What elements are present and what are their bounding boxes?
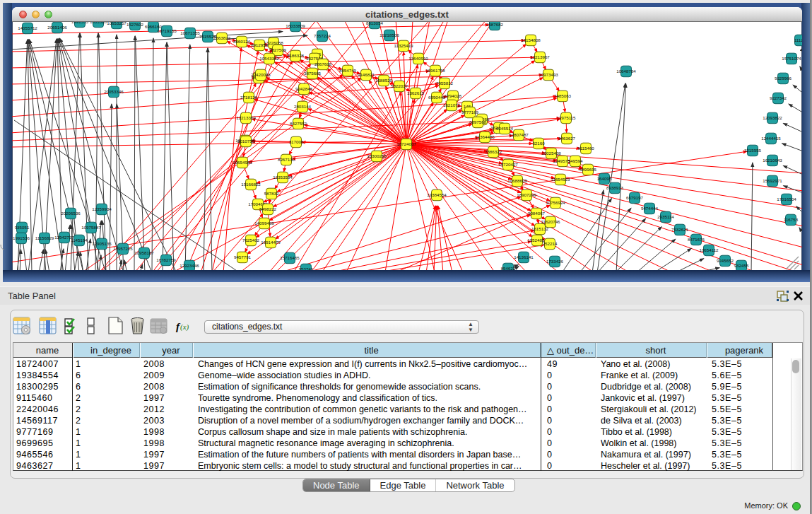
svg-text:10654112: 10654112 bbox=[699, 247, 719, 252]
svg-text:14136141: 14136141 bbox=[514, 255, 534, 259]
svg-text:8938913: 8938913 bbox=[606, 185, 624, 190]
svg-text:5498222: 5498222 bbox=[259, 206, 277, 211]
svg-text:587832: 587832 bbox=[264, 191, 279, 196]
svg-text:12093822: 12093822 bbox=[763, 115, 782, 120]
svg-text:6679197: 6679197 bbox=[626, 195, 644, 200]
svg-text:10756924: 10756924 bbox=[546, 200, 565, 205]
svg-text:2935114: 2935114 bbox=[657, 214, 674, 219]
svg-text:22420046: 22420046 bbox=[251, 72, 271, 77]
svg-text:1991535: 1991535 bbox=[71, 22, 89, 24]
svg-text:6897568: 6897568 bbox=[469, 119, 487, 124]
svg-text:11156829: 11156829 bbox=[35, 235, 54, 240]
svg-text:12359934: 12359934 bbox=[92, 206, 112, 211]
svg-text:12353594: 12353594 bbox=[273, 175, 293, 180]
svg-text:8186328: 8186328 bbox=[287, 53, 305, 58]
svg-text:9463627: 9463627 bbox=[558, 136, 576, 141]
svg-text:12444415: 12444415 bbox=[761, 136, 781, 141]
svg-text:1145194: 1145194 bbox=[71, 238, 88, 243]
svg-text:20053346: 20053346 bbox=[104, 89, 124, 94]
svg-text:62160: 62160 bbox=[532, 141, 545, 146]
svg-text:10975887: 10975887 bbox=[81, 225, 101, 230]
svg-text:18724007: 18724007 bbox=[396, 141, 416, 146]
svg-text:1588520: 1588520 bbox=[375, 78, 393, 83]
svg-text:10025438: 10025438 bbox=[541, 151, 561, 156]
svg-text:8267130: 8267130 bbox=[278, 157, 295, 162]
svg-text:9245652: 9245652 bbox=[717, 258, 734, 263]
svg-text:12905135: 12905135 bbox=[92, 241, 112, 246]
svg-text:7632621: 7632621 bbox=[671, 227, 689, 232]
svg-text:16154808: 16154808 bbox=[521, 37, 541, 42]
svg-text:317006: 317006 bbox=[289, 139, 304, 144]
svg-text:19218506: 19218506 bbox=[379, 33, 399, 37]
svg-text:19166822: 19166822 bbox=[241, 182, 261, 187]
svg-text:8660124: 8660124 bbox=[233, 39, 251, 44]
svg-text:10958187: 10958187 bbox=[134, 250, 154, 255]
svg-text:149594: 149594 bbox=[568, 158, 583, 163]
svg-text:12213967: 12213967 bbox=[530, 54, 550, 59]
svg-text:164095: 164095 bbox=[597, 176, 612, 181]
svg-text:16914479: 16914479 bbox=[261, 240, 281, 245]
svg-text:15751074: 15751074 bbox=[782, 56, 801, 61]
svg-text:6794028: 6794028 bbox=[445, 93, 462, 98]
svg-text:7955812: 7955812 bbox=[436, 81, 454, 86]
svg-text:13640910: 13640910 bbox=[408, 56, 428, 61]
svg-text:9115460: 9115460 bbox=[577, 146, 594, 151]
svg-text:14055712: 14055712 bbox=[18, 25, 37, 30]
svg-text:16210643: 16210643 bbox=[763, 158, 782, 163]
svg-text:8471676: 8471676 bbox=[688, 237, 705, 242]
svg-text:5322037: 5322037 bbox=[391, 83, 408, 88]
svg-text:2867608: 2867608 bbox=[314, 62, 332, 66]
svg-text:1991536: 1991536 bbox=[13, 235, 30, 240]
svg-text:9474444: 9474444 bbox=[641, 206, 659, 211]
svg-text:8454749: 8454749 bbox=[339, 68, 357, 73]
svg-text:12923446: 12923446 bbox=[180, 263, 199, 268]
svg-text:17957225: 17957225 bbox=[113, 246, 133, 251]
svg-text:932455: 932455 bbox=[734, 263, 749, 268]
svg-text:15720427: 15720427 bbox=[498, 162, 518, 167]
svg-text:10973493: 10973493 bbox=[539, 72, 558, 77]
svg-text:6899695: 6899695 bbox=[579, 167, 597, 172]
svg-text:7357224: 7357224 bbox=[314, 33, 331, 38]
svg-text:2010755: 2010755 bbox=[237, 139, 255, 144]
svg-text:9457791: 9457791 bbox=[234, 255, 252, 259]
svg-text:(x): (x) bbox=[180, 322, 189, 332]
svg-text:953741: 953741 bbox=[299, 267, 314, 270]
svg-text:2803144: 2803144 bbox=[294, 104, 312, 109]
svg-text:6990448: 6990448 bbox=[428, 95, 446, 100]
svg-text:9146821: 9146821 bbox=[358, 72, 375, 77]
svg-text:6245514: 6245514 bbox=[496, 126, 514, 131]
svg-text:14099489: 14099489 bbox=[254, 221, 274, 226]
svg-text:9329966: 9329966 bbox=[775, 76, 792, 81]
svg-text:10648784: 10648784 bbox=[616, 69, 636, 74]
svg-text:9084067: 9084067 bbox=[528, 211, 546, 216]
svg-text:10671355: 10671355 bbox=[180, 30, 200, 35]
svg-text:12213369: 12213369 bbox=[236, 115, 256, 120]
svg-text:10807487: 10807487 bbox=[509, 132, 529, 137]
svg-text:8427552: 8427552 bbox=[290, 121, 307, 126]
svg-text:2687682: 2687682 bbox=[486, 22, 504, 27]
svg-text:15692971: 15692971 bbox=[763, 178, 782, 183]
svg-text:16033809: 16033809 bbox=[286, 23, 305, 28]
svg-text:9227342: 9227342 bbox=[770, 95, 787, 100]
svg-text:2718126: 2718126 bbox=[240, 95, 258, 100]
svg-text:20206536: 20206536 bbox=[61, 211, 81, 216]
svg-text:1527602: 1527602 bbox=[126, 22, 144, 27]
svg-text:854622: 854622 bbox=[501, 266, 516, 270]
svg-text:10653257: 10653257 bbox=[107, 22, 126, 25]
svg-text:12975115: 12975115 bbox=[556, 115, 576, 120]
svg-text:21364436: 21364436 bbox=[475, 134, 495, 139]
svg-text:10719155: 10719155 bbox=[157, 28, 177, 33]
svg-text:9827509: 9827509 bbox=[269, 47, 287, 52]
svg-text:935051: 935051 bbox=[15, 225, 30, 230]
svg-text:1733426: 1733426 bbox=[546, 259, 564, 264]
svg-text:15716465: 15716465 bbox=[280, 255, 300, 260]
svg-text:11325419: 11325419 bbox=[394, 43, 413, 48]
svg-text:1615132: 1615132 bbox=[531, 226, 549, 231]
svg-text:1621072: 1621072 bbox=[443, 103, 461, 107]
svg-text:1362615: 1362615 bbox=[407, 90, 425, 95]
svg-text:9242848: 9242848 bbox=[295, 86, 313, 91]
svg-text:3875685: 3875685 bbox=[304, 71, 322, 76]
svg-text:7625402: 7625402 bbox=[242, 238, 260, 243]
svg-text:10654983: 10654983 bbox=[233, 160, 252, 165]
svg-text:18907249: 18907249 bbox=[517, 192, 536, 197]
